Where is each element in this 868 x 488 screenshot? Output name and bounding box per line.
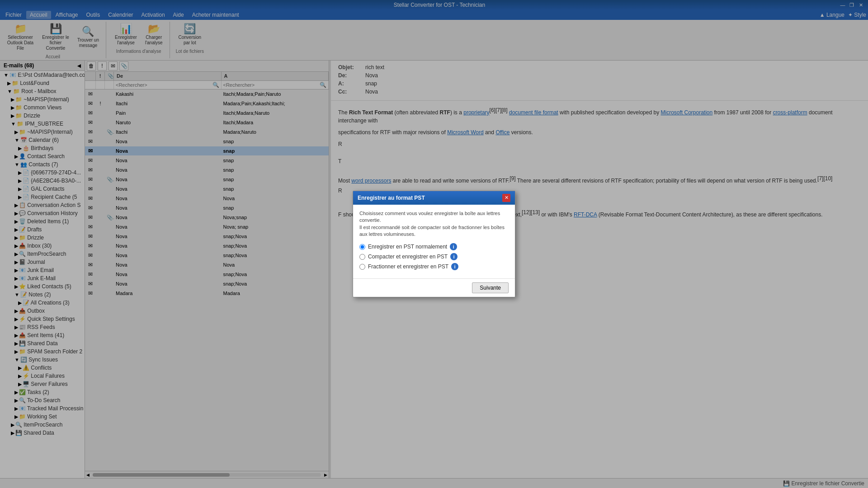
- modal-footer: Suivante: [353, 278, 515, 297]
- modal-description: Choisissez comment vous voulez enregistr…: [359, 210, 509, 238]
- radio-split[interactable]: [359, 264, 365, 270]
- modal-body: Choisissez comment vous voulez enregistr…: [353, 205, 515, 279]
- modal-save-pst: Enregistrer au format PST ✕ Choisissez c…: [353, 191, 515, 298]
- info-icon-1[interactable]: i: [450, 243, 457, 250]
- radio-split-label[interactable]: Fractionner et enregistrer en PST: [368, 263, 448, 270]
- radio-option-2: Compacter et enregistrer en PST i: [359, 253, 509, 260]
- suivante-button[interactable]: Suivante: [472, 282, 509, 293]
- modal-close-btn[interactable]: ✕: [502, 194, 510, 202]
- modal-overlay: Enregistrer au format PST ✕ Choisissez c…: [0, 0, 868, 488]
- modal-title-bar: Enregistrer au format PST ✕: [353, 191, 515, 205]
- radio-normal-label[interactable]: Enregistrer en PST normalement: [368, 244, 447, 250]
- radio-normal[interactable]: [359, 244, 365, 250]
- radio-option-1: Enregistrer en PST normalement i: [359, 243, 509, 250]
- radio-compact-label[interactable]: Compacter et enregistrer en PST: [368, 253, 448, 260]
- info-icon-3[interactable]: i: [451, 263, 458, 270]
- modal-title: Enregistrer au format PST: [358, 195, 425, 201]
- info-icon-2[interactable]: i: [450, 253, 458, 260]
- radio-compact[interactable]: [359, 254, 365, 260]
- radio-option-3: Fractionner et enregistrer en PST i: [359, 263, 509, 270]
